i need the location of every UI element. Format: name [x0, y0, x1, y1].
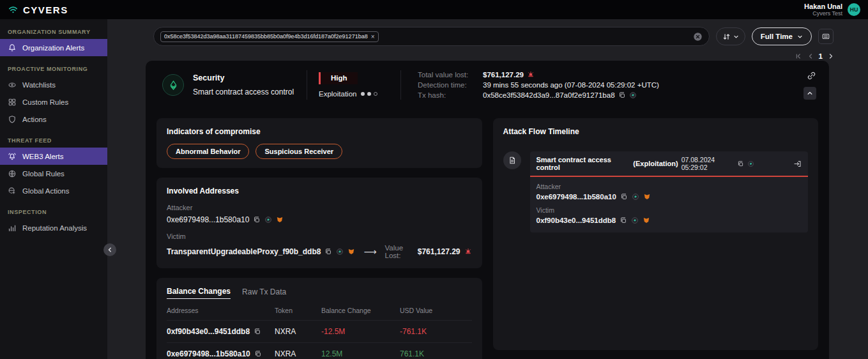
time-filter-button[interactable]: Full Time: [752, 27, 812, 45]
left-column: Indicators of compromise Abnormal Behavi…: [156, 118, 482, 359]
arrow-right-icon: ⟶: [363, 247, 376, 257]
sidebar-item-global-rules[interactable]: Global Rules: [0, 165, 107, 182]
explorer-icon[interactable]: [629, 91, 637, 99]
copy-icon[interactable]: [324, 248, 332, 256]
tx-hash: 0x58ce3f53842d3a9...87a0f2e91271ba8: [483, 91, 615, 99]
metamask-icon[interactable]: [276, 216, 284, 224]
share-link-button[interactable]: [807, 71, 816, 80]
copy-icon[interactable]: [737, 160, 744, 167]
chip-close-icon[interactable]: ×: [371, 33, 375, 40]
link-icon: [807, 71, 816, 80]
globe-action-icon: [8, 187, 17, 195]
timeline-event: Smart contract access control (Exploitat…: [503, 151, 809, 233]
prev-page-button[interactable]: [807, 52, 814, 60]
copy-icon[interactable]: [618, 91, 626, 99]
explorer-icon[interactable]: [632, 193, 639, 201]
sidebar-item-web3-alerts[interactable]: WEB3 Alerts: [0, 148, 107, 165]
phase-progress-dots: [361, 92, 377, 96]
metamask-icon[interactable]: [347, 248, 355, 256]
alert-panel: Security Smart contract access control H…: [146, 61, 829, 359]
row-token: NXRA: [275, 327, 321, 336]
explorer-icon[interactable]: [264, 216, 272, 224]
chevron-down-icon: [733, 34, 739, 40]
table-row: 0xf90b43e0...9451ddb8 NXRA -12.5M -761.1…: [167, 320, 472, 342]
rules-icon: [8, 98, 17, 107]
sidebar-item-global-actions[interactable]: Global Actions: [0, 182, 107, 199]
alert-body: Indicators of compromise Abnormal Behavi…: [146, 105, 829, 359]
sort-button[interactable]: [716, 27, 745, 45]
explorer-icon[interactable]: [631, 217, 639, 224]
copy-icon[interactable]: [254, 350, 262, 358]
chevron-down-icon: [797, 34, 803, 40]
sidebar-item-reputation-analysis[interactable]: Reputation Analysis: [0, 219, 107, 236]
value-lost: $761,127.29: [418, 247, 461, 256]
tab-balance-changes[interactable]: Balance Changes: [167, 287, 231, 299]
user-menu[interactable]: Hakan Unal Cyvers Test HU: [804, 3, 860, 17]
copy-icon[interactable]: [620, 193, 628, 201]
user-meta: Hakan Unal Cyvers Test: [804, 3, 842, 17]
sidebar-item-label: Watchlists: [22, 81, 56, 89]
explorer-icon[interactable]: [747, 160, 754, 167]
detection-time-label: Detection time:: [418, 81, 483, 89]
total-value-lost-label: Total value lost:: [418, 71, 483, 79]
alert-utilities: [803, 71, 819, 100]
avatar[interactable]: HU: [848, 3, 860, 16]
explorer-icon[interactable]: [336, 248, 344, 256]
timeline-title: Attack Flow Timeline: [503, 127, 809, 136]
balance-table: Addresses Token Balance Change USD Value…: [167, 307, 472, 359]
col-header-usd-value: USD Value: [400, 307, 472, 320]
event-phase: (Exploitation): [633, 160, 678, 167]
sidebar-item-custom-rules[interactable]: Custom Rules: [0, 93, 107, 111]
sidebar-item-actions[interactable]: Actions: [0, 111, 107, 128]
search-input[interactable]: 0x58ce3f53842d3a98aa31187459835bb85b0a0f…: [153, 27, 710, 46]
victim-label: Victim: [167, 233, 472, 240]
copy-icon[interactable]: [620, 217, 627, 224]
first-page-button[interactable]: [795, 52, 802, 60]
document-icon: [503, 151, 521, 169]
sidebar-item-watchlists[interactable]: Watchlists: [0, 76, 107, 93]
copy-icon[interactable]: [253, 216, 261, 224]
total-value-lost: $761,127.29: [483, 71, 524, 79]
attack-flow-timeline-card: Attack Flow Timeline Smart contract acce…: [493, 118, 819, 350]
alert-details: Total value lost: $761,127.29 Detection …: [401, 71, 676, 99]
attacker-address: 0xe6979498...1b580a10: [167, 215, 249, 224]
user-name: Hakan Unal: [804, 3, 842, 11]
search-filter-chip[interactable]: 0x58ce3f53842d3a98aa31187459835bb85b0a0f…: [160, 31, 379, 42]
event-timestamp: 07.08.2024 05:29:02: [681, 156, 734, 171]
timeline-event-body: Attacker 0xe6979498...1b580a10: [530, 177, 809, 233]
attacker-label: Attacker: [167, 204, 472, 211]
victim-address: 0xf90b43e0...9451ddb8: [537, 217, 616, 224]
clear-icon[interactable]: [693, 32, 703, 42]
time-filter-label: Full Time: [761, 33, 793, 40]
row-usd-value: 761.1K: [400, 349, 472, 358]
attacker-address-row: 0xe6979498...1b580a10: [537, 193, 802, 201]
indicators-title: Indicators of compromise: [167, 127, 472, 136]
row-balance-change: -12.5M: [321, 327, 400, 336]
alert-header: Security Smart contract access control H…: [146, 61, 829, 105]
severity-badge: High: [319, 72, 358, 84]
ioc-chip: Abnormal Behavior: [167, 144, 249, 159]
page-number[interactable]: 1: [819, 52, 823, 60]
row-address: 0xe6979498...1b580a10: [167, 349, 250, 358]
row-address: 0xf90b43e0...9451ddb8: [167, 327, 250, 336]
view-options-icon: [821, 32, 830, 41]
phase-dot-hollow: [374, 92, 377, 96]
collapse-alert-button[interactable]: [803, 87, 816, 100]
chevron-right-icon: [827, 52, 835, 60]
globe-icon: [8, 169, 17, 178]
sidebar-item-organization-alerts[interactable]: Organization Alerts: [0, 39, 107, 56]
siren-icon: [464, 248, 472, 256]
ioc-chip: Suspicious Receiver: [255, 144, 342, 159]
metamask-icon[interactable]: [643, 217, 650, 224]
next-page-button[interactable]: [827, 52, 835, 60]
tab-raw-tx-data[interactable]: Raw Tx Data: [242, 287, 286, 299]
external-link-icon[interactable]: [793, 160, 802, 168]
alert-category: Security: [193, 73, 294, 82]
view-options-button[interactable]: [818, 29, 834, 44]
phase-label: Exploitation: [319, 90, 356, 98]
main-content: 0x58ce3f53842d3a98aa31187459835bb85b0a0f…: [107, 19, 868, 359]
copy-icon[interactable]: [254, 328, 261, 335]
col-header-addresses: Addresses: [167, 307, 275, 320]
sidebar-collapse-button[interactable]: [103, 243, 116, 256]
metamask-icon[interactable]: [643, 193, 651, 201]
